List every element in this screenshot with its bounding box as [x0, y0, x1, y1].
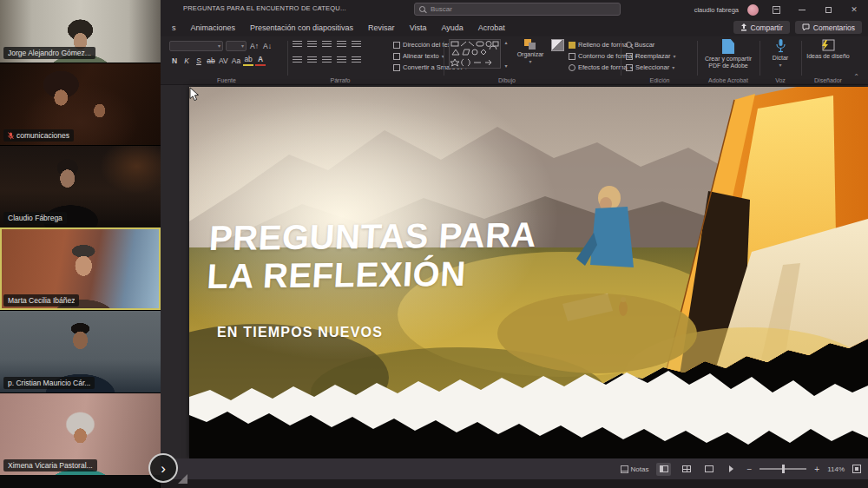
reading-view-icon [705, 465, 713, 472]
quick-styles-icon [551, 39, 564, 51]
columns-icon[interactable] [352, 56, 361, 64]
change-case-button[interactable]: Aa [231, 55, 241, 66]
fit-slide-to-window-button[interactable] [852, 465, 861, 473]
participant-name-badge: Ximena Vicaria Pastoral... [3, 459, 97, 472]
group-parrafo: Dirección del texto▾ Alinear texto▾ Conv… [293, 36, 463, 84]
shapes-gallery-scroll[interactable]: ▴ ▾ [503, 39, 510, 69]
bullets-icon[interactable] [293, 41, 302, 49]
design-ideas-button[interactable]: Ideas de diseño [806, 39, 850, 60]
tab-presentacion[interactable]: Presentación con diapositivas [250, 23, 353, 32]
ribbon-divider [444, 41, 444, 76]
search-input[interactable] [429, 4, 602, 14]
ribbon-divider [697, 41, 698, 76]
notes-label: Notas [631, 465, 649, 473]
seleccionar-button[interactable]: Seleccionar▾ [626, 63, 675, 72]
participant-video-jorge[interactable]: Jorge Alejandro Gómez... [0, 0, 161, 63]
font-size-combo[interactable] [226, 41, 247, 51]
window-resize-handle[interactable] [178, 474, 187, 484]
character-spacing-button[interactable]: AV [218, 55, 229, 66]
align-right-icon[interactable] [322, 56, 332, 64]
group-label-disenador: Diseñador [805, 77, 852, 83]
participant-video-marta-active-speaker[interactable]: Marta Cecilia Ibáñez [0, 228, 161, 310]
shapes-scroll-down-icon[interactable]: ▾ [504, 63, 507, 69]
zoom-out-button[interactable]: − [746, 465, 752, 474]
pdf-document-icon [722, 39, 734, 54]
shapes-gallery[interactable] [449, 39, 501, 69]
decrease-indent-icon[interactable] [322, 41, 332, 49]
dictar-label: Dictar [773, 55, 788, 62]
tab-action-buttons: Compartir Comentarios [733, 21, 863, 34]
close-button[interactable]: ✕ [845, 3, 863, 16]
find-icon [626, 42, 632, 48]
participant-video-comunicaciones[interactable]: comunicaciones [0, 63, 161, 145]
tab-transiciones-clipped[interactable]: s [172, 23, 176, 32]
italic-button[interactable]: K [181, 55, 192, 66]
align-text-icon [393, 53, 400, 60]
quick-styles-button[interactable] [549, 39, 565, 51]
underline-button[interactable]: S [194, 55, 204, 66]
buscar-button[interactable]: Buscar [626, 40, 675, 49]
slide-title-line1: PREGUNTAS PARA [208, 215, 538, 257]
restore-button[interactable] [819, 3, 837, 16]
shrink-font-button[interactable]: A↓ [262, 40, 273, 51]
tab-acrobat[interactable]: Acrobat [478, 23, 505, 32]
strikethrough-button[interactable]: ab [206, 55, 216, 66]
view-slideshow-button[interactable] [724, 463, 739, 476]
participant-video-cristian[interactable]: p. Cristian Mauricio Cár... [0, 310, 161, 392]
ribbon-tabs-row: s Animaciones Presentación con diapositi… [161, 19, 868, 36]
shape-outline-icon [569, 53, 575, 60]
slide-subtitle[interactable]: EN TIEMPOS NUEVOS [217, 325, 383, 340]
tab-animaciones[interactable]: Animaciones [191, 23, 236, 32]
autosave-caret-icon[interactable]: ▾ [319, 4, 322, 11]
zoom-slider[interactable] [760, 468, 806, 470]
search-box[interactable] [414, 3, 621, 16]
organizar-button[interactable]: Organizar ▾ [515, 39, 546, 65]
line-spacing-icon[interactable] [352, 41, 361, 49]
zoom-slider-knob[interactable] [782, 465, 785, 473]
create-pdf-button[interactable]: Crear y compartir PDF de Adobe [702, 39, 754, 69]
slideshow-icon [729, 465, 733, 472]
reemplazar-button[interactable]: Reemplazar▾ [626, 51, 675, 61]
slide[interactable]: PREGUNTAS PARA LA REFLEXIÓN EN TIEMPOS N… [189, 87, 868, 458]
shapes-scroll-up-icon[interactable]: ▴ [504, 39, 507, 45]
view-normal-button[interactable] [656, 463, 671, 476]
participant-video-ximena[interactable]: Ximena Vicaria Pastoral... [0, 392, 161, 475]
user-name: claudio fabrega [694, 6, 739, 14]
collapse-ribbon-icon[interactable]: ⌃ [853, 73, 859, 81]
group-label-acrobat: Adobe Acrobat [700, 77, 756, 83]
view-reading-button[interactable] [701, 463, 716, 476]
bold-button[interactable]: N [169, 55, 180, 66]
dictar-button[interactable]: Dictar ▾ [766, 39, 794, 69]
font-color-button[interactable]: A [255, 55, 266, 66]
next-participants-page-button[interactable]: › [148, 453, 178, 483]
participant-video-claudio[interactable]: Claudio Fábrega [0, 145, 161, 228]
align-center-icon[interactable] [307, 56, 317, 64]
slide-title[interactable]: PREGUNTAS PARA LA REFLEXIÓN [206, 215, 537, 295]
tab-vista[interactable]: Vista [410, 23, 427, 32]
numbering-icon[interactable] [307, 41, 317, 49]
tab-revisar[interactable]: Revisar [368, 23, 395, 32]
zoom-in-button[interactable]: + [814, 465, 819, 474]
comments-button[interactable]: Comentarios [795, 21, 862, 34]
user-avatar[interactable] [747, 4, 759, 16]
text-highlight-button[interactable]: ab [243, 55, 253, 66]
group-edicion: Buscar Reemplazar▾ Seleccionar▾ Edición [626, 36, 694, 84]
ribbon-display-options-button[interactable] [767, 3, 785, 16]
notes-button[interactable]: Notas [621, 465, 649, 473]
shape-fill-icon [569, 42, 575, 49]
zoom-percent[interactable]: 114% [827, 465, 845, 473]
participant-name: Claudio Fábrega [8, 214, 62, 222]
increase-indent-icon[interactable] [337, 41, 346, 49]
group-voz: Dictar ▾ Voz [763, 36, 798, 84]
shape-effects-icon [569, 64, 575, 71]
view-slide-sorter-button[interactable] [679, 463, 694, 476]
font-name-combo[interactable] [169, 41, 223, 51]
share-button[interactable]: Compartir [733, 21, 790, 34]
ribbon-divider [760, 41, 760, 76]
grow-font-button[interactable]: A↑ [249, 40, 260, 51]
mic-muted-icon [8, 132, 14, 140]
tab-ayuda[interactable]: Ayuda [441, 23, 463, 32]
justify-icon[interactable] [337, 56, 346, 64]
minimize-button[interactable] [793, 3, 811, 16]
align-left-icon[interactable] [293, 56, 302, 64]
